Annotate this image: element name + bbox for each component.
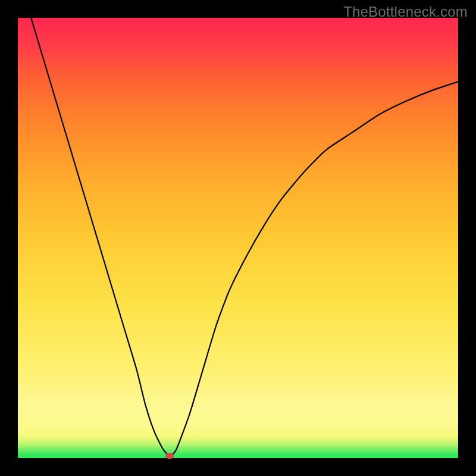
plot-area	[18, 18, 458, 458]
optimum-marker	[165, 453, 174, 459]
chart-frame: TheBottleneck.com	[0, 0, 476, 476]
bottleneck-curve	[18, 18, 458, 458]
